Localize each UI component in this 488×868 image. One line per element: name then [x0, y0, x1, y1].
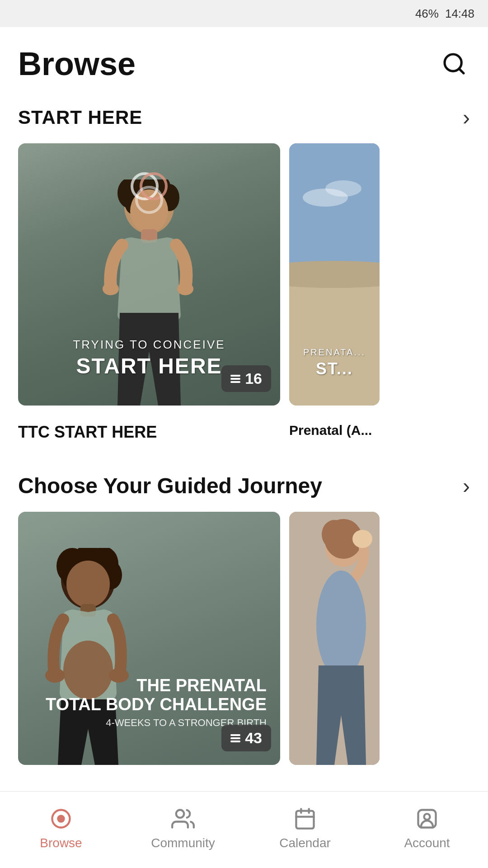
stack-icon [230, 375, 240, 383]
svg-point-19 [325, 180, 361, 197]
guided-journey-section: Choose Your Guided Journey › [18, 473, 470, 765]
svg-point-38 [57, 815, 65, 822]
browse-icon [47, 805, 75, 832]
challenge-title-line2: TOTAL BODY CHALLENGE [46, 695, 267, 714]
search-button[interactable] [438, 48, 470, 80]
ttc-card-bg: TRYING TO CONCEIVE START HERE 16 [18, 143, 280, 406]
nav-calendar[interactable]: Calendar [244, 805, 366, 850]
ttc-card-label: TTC START HERE [18, 423, 280, 442]
svg-point-34 [322, 520, 347, 549]
guided-journey-title: Choose Your Guided Journey [18, 473, 322, 498]
prenatal-partial-sub: ST... [294, 359, 375, 378]
guided-journey-header[interactable]: Choose Your Guided Journey › [18, 473, 470, 498]
svg-rect-16 [289, 279, 380, 406]
prenatal-partial-text: PRENATA... [294, 347, 375, 358]
svg-point-45 [424, 814, 430, 820]
challenge-title-line1: THE PRENATAL [46, 676, 267, 695]
account-icon [413, 805, 441, 832]
nav-community-label: Community [151, 836, 215, 850]
svg-point-14 [136, 187, 162, 212]
nav-calendar-label: Calendar [279, 836, 331, 850]
prenatal-card-label: Prenatal (A... [289, 423, 380, 438]
svg-point-17 [289, 261, 380, 288]
status-battery: 46% [415, 7, 439, 21]
pregnant-woman-icon [32, 548, 145, 765]
nav-browse[interactable]: Browse [0, 805, 122, 850]
svg-point-39 [176, 810, 184, 817]
calendar-icon [291, 805, 319, 832]
nav-browse-label: Browse [40, 836, 82, 850]
challenge-count: 43 [245, 729, 262, 747]
bottom-nav: Browse Community Calendar [0, 791, 488, 868]
prenatal-card-label-container: Prenatal (A... [289, 415, 380, 446]
ttc-subtitle: TRYING TO CONCEIVE [18, 338, 280, 352]
start-here-cards: TRYING TO CONCEIVE START HERE 16 [18, 143, 470, 406]
svg-point-11 [177, 283, 193, 295]
ttc-count-badge: 16 [221, 365, 271, 392]
prenatal-card[interactable]: PRENATA... ST... [289, 143, 380, 406]
svg-point-26 [66, 561, 110, 608]
challenge-text: THE PRENATAL TOTAL BODY CHALLENGE 4-WEEK… [46, 676, 267, 729]
start-here-section-header[interactable]: START HERE › [18, 105, 470, 130]
journey-cards: THE PRENATAL TOTAL BODY CHALLENGE 4-WEEK… [18, 512, 470, 765]
svg-point-10 [103, 283, 119, 295]
chevron-right-icon: › [463, 105, 470, 130]
postnatal-bg-svg [289, 512, 380, 765]
ttc-card[interactable]: TRYING TO CONCEIVE START HERE 16 [18, 143, 280, 406]
postnatal-card-bg [289, 512, 380, 765]
card-labels-row: TTC START HERE Prenatal (A... [18, 415, 470, 446]
chevron-right-journey-icon: › [463, 473, 470, 498]
svg-rect-15 [289, 143, 380, 279]
status-bar: 46% 14:48 [0, 0, 488, 27]
community-icon [169, 805, 197, 832]
challenge-stack-icon [230, 734, 240, 742]
main-content: Browse START HERE › [0, 27, 488, 791]
page-title: Browse [18, 45, 136, 82]
ttc-count: 16 [245, 370, 262, 387]
brand-logo-icon [127, 170, 172, 220]
prenatal-challenge-card[interactable]: THE PRENATAL TOTAL BODY CHALLENGE 4-WEEK… [18, 512, 280, 765]
status-time: 14:48 [445, 7, 474, 21]
search-icon [441, 51, 467, 76]
start-here-title: START HERE [18, 107, 142, 128]
svg-line-1 [459, 69, 464, 73]
ttc-card-label-container: TTC START HERE [18, 415, 280, 446]
prenatal-text-overlay: PRENATA... ST... [294, 347, 375, 378]
page-header: Browse [18, 45, 470, 82]
nav-account[interactable]: Account [366, 805, 488, 850]
postnatal-card[interactable] [289, 512, 380, 765]
prenatal-card-bg: PRENATA... ST... [289, 143, 380, 406]
nav-account-label: Account [404, 836, 450, 850]
prenatal-challenge-bg: THE PRENATAL TOTAL BODY CHALLENGE 4-WEEK… [18, 512, 280, 765]
svg-rect-40 [296, 811, 314, 828]
challenge-count-badge: 43 [221, 725, 271, 751]
svg-point-35 [352, 530, 372, 548]
nav-community[interactable]: Community [122, 805, 244, 850]
svg-point-36 [316, 571, 366, 679]
